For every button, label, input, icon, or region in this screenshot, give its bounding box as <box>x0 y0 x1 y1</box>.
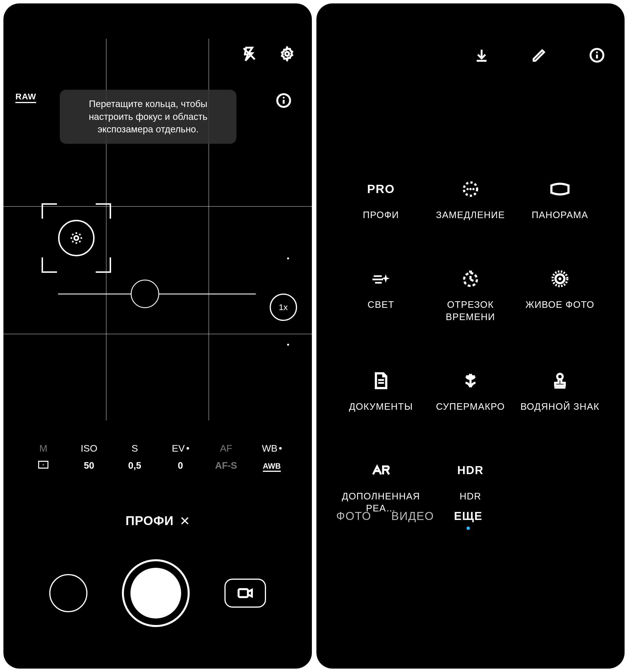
livephoto-icon <box>551 270 569 288</box>
level-bubble <box>131 280 159 308</box>
svg-rect-18 <box>238 589 248 597</box>
svg-point-15 <box>42 464 44 465</box>
svg-point-41 <box>557 374 562 379</box>
mode-watermark[interactable]: ВОДЯНОЙ ЗНАК <box>518 371 602 413</box>
mode-hdr[interactable]: HDR HDR <box>428 461 512 515</box>
flash-off-icon[interactable] <box>242 46 257 62</box>
svg-point-26 <box>469 188 472 190</box>
svg-point-37 <box>559 277 561 280</box>
pro-iso[interactable]: ISO 50 <box>66 443 112 471</box>
pro-wb[interactable]: WB AWB <box>249 443 295 471</box>
modified-indicator <box>187 447 189 450</box>
mode-ar[interactable]: ДОПОЛНЕННАЯ РЕА… <box>339 461 423 515</box>
shutter-button[interactable] <box>122 559 190 627</box>
mode-label[interactable]: ПРОФИ <box>3 514 312 528</box>
svg-line-7 <box>72 241 73 242</box>
exposure-ring[interactable] <box>58 220 95 256</box>
mode-light[interactable]: СВЕТ <box>339 270 423 323</box>
svg-point-10 <box>285 52 289 56</box>
mode-supermacro[interactable]: СУПЕРМАКРО <box>428 371 512 413</box>
stamp-icon <box>552 371 568 390</box>
svg-point-27 <box>472 188 474 190</box>
mode-documents[interactable]: ДОКУМЕНТЫ <box>339 371 423 413</box>
mode-livephoto[interactable]: ЖИВОЕ ФОТО <box>518 270 602 323</box>
raw-toggle[interactable]: RAW <box>15 92 36 103</box>
modes-more-screen: PRO ПРОФИ ЗАМЕДЛЕНИЕ ПАНОРАМА СВЕТ ОТ <box>317 3 625 669</box>
pro-text-icon: PRO <box>367 182 395 196</box>
pro-parameters-row: M ISO 50 S 0,5 EV 0 AF AF-S WB AWB <box>3 443 312 471</box>
svg-point-25 <box>466 188 469 190</box>
gridline <box>3 334 312 334</box>
svg-line-33 <box>470 279 473 281</box>
pro-af[interactable]: AF AF-S <box>203 443 249 471</box>
svg-point-12 <box>282 97 284 98</box>
pro-ev[interactable]: EV 0 <box>158 443 203 471</box>
ar-icon <box>371 461 391 480</box>
svg-line-5 <box>72 234 73 235</box>
panorama-icon <box>550 180 570 198</box>
svg-point-22 <box>596 51 598 53</box>
timelapse-icon <box>462 270 479 288</box>
zoom-level-text: 1x <box>279 303 288 312</box>
svg-point-0 <box>74 236 78 240</box>
active-tab-indicator <box>466 527 470 530</box>
hint-tooltip: Перетащите кольца, чтобы настроить фокус… <box>60 90 236 144</box>
slowmotion-icon <box>462 180 479 198</box>
pro-metering[interactable]: M <box>21 443 66 471</box>
pro-camera-screen: 1x RAW Перетащите кольца, чтобы настроит… <box>3 3 312 669</box>
zoom-level-button[interactable]: 1x <box>270 293 297 321</box>
mode-tabs: ФОТО ВИДЕО ЕЩЕ <box>336 510 483 530</box>
mode-timelapse[interactable]: ОТРЕЗОК ВРЕМЕНИ <box>428 270 512 323</box>
info-icon[interactable] <box>276 93 292 109</box>
info-icon[interactable] <box>589 48 605 64</box>
close-icon[interactable] <box>180 516 190 526</box>
svg-line-8 <box>79 234 80 235</box>
svg-line-6 <box>79 241 80 242</box>
switch-camera-button[interactable] <box>225 579 266 608</box>
mode-pro[interactable]: PRO ПРОФИ <box>339 180 423 221</box>
video-camera-icon <box>237 587 253 599</box>
sun-icon <box>70 232 83 244</box>
tab-video[interactable]: ВИДЕО <box>391 510 434 530</box>
modes-grid: PRO ПРОФИ ЗАМЕДЛЕНИЕ ПАНОРАМА СВЕТ ОТ <box>339 180 602 514</box>
edit-icon[interactable] <box>532 48 546 64</box>
mode-slowmotion[interactable]: ЗАМЕДЛЕНИЕ <box>428 180 512 221</box>
download-icon[interactable] <box>474 48 489 64</box>
modified-indicator <box>279 447 282 450</box>
settings-icon[interactable] <box>279 46 295 63</box>
tab-photo[interactable]: ФОТО <box>336 510 371 530</box>
light-icon <box>371 270 391 288</box>
document-icon <box>374 371 389 390</box>
macro-flower-icon <box>462 371 479 390</box>
tab-more[interactable]: ЕЩЕ <box>454 510 483 530</box>
hdr-text-icon: HDR <box>457 464 484 477</box>
gallery-button[interactable] <box>49 574 88 612</box>
mode-panorama[interactable]: ПАНОРАМА <box>518 180 602 221</box>
pro-shutter[interactable]: S 0,5 <box>112 443 158 471</box>
metering-icon <box>21 460 66 471</box>
